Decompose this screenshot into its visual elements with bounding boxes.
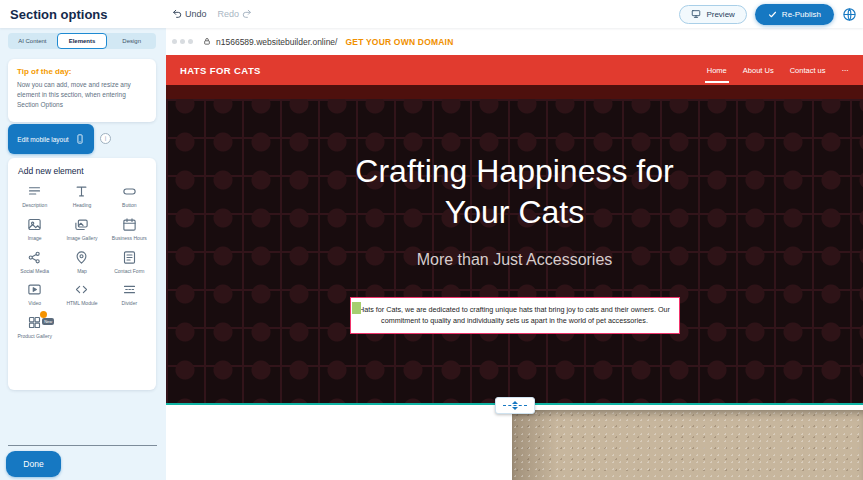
element-drag-handle[interactable] xyxy=(352,302,361,314)
hero-body-text: Hats for Cats, we are dedicated to craft… xyxy=(359,305,670,326)
undo-redo-group: Undo Redo xyxy=(172,0,252,28)
add-new-element-panel: Add new element Description Heading Butt… xyxy=(8,158,156,390)
element-option-divider[interactable]: Divider xyxy=(106,282,153,307)
undo-icon xyxy=(172,9,182,19)
element-option-label: Divider xyxy=(122,300,138,307)
element-grid: Description Heading Button Image Image G… xyxy=(11,184,153,340)
lock-icon xyxy=(203,37,211,46)
hero-content: Crafting Happiness for Your Cats More th… xyxy=(166,85,863,405)
new-badge: New xyxy=(42,318,54,325)
next-section-image[interactable] xyxy=(512,410,863,480)
redo-label: Redo xyxy=(218,9,240,19)
element-option-label: Image xyxy=(28,235,42,242)
get-your-own-domain-link[interactable]: GET YOUR OWN DOMAIN xyxy=(345,37,453,47)
preview-label: Preview xyxy=(706,10,734,19)
redo-icon xyxy=(242,9,252,19)
contact-form-icon xyxy=(122,250,137,265)
edit-mobile-label: Edit mobile layout xyxy=(17,136,68,143)
element-option-description[interactable]: Description xyxy=(11,184,58,209)
element-option-label: Social Media xyxy=(20,268,49,275)
button-icon xyxy=(122,184,137,199)
element-option-html-module[interactable]: HTML Module xyxy=(58,282,105,307)
divider-icon xyxy=(122,282,137,297)
site-preview-area: n1566589.websitebuilder.online/ GET YOUR… xyxy=(166,28,863,480)
element-option-video[interactable]: Video xyxy=(11,282,58,307)
tip-of-the-day-card: Tip of the day: Now you can add, move an… xyxy=(8,59,156,122)
language-globe-icon[interactable] xyxy=(842,7,857,22)
image-gallery-icon xyxy=(74,217,89,232)
top-toolbar: Section options Undo Redo Preview Re-Pub… xyxy=(0,0,863,28)
nav-home[interactable]: Home xyxy=(707,55,727,85)
tip-heading: Tip of the day: xyxy=(17,67,147,76)
tip-body: Now you can add, move and resize any ele… xyxy=(17,80,147,110)
topbar-actions: Preview Re-Publish xyxy=(679,0,857,28)
info-icon[interactable]: i xyxy=(100,133,111,144)
element-option-label: Description xyxy=(22,202,47,209)
description-icon xyxy=(27,184,42,199)
section-options-sidebar: AI Content Elements Design Tip of the da… xyxy=(0,28,166,480)
product-gallery-icon: New xyxy=(27,315,42,330)
republish-label: Re-Publish xyxy=(782,10,821,19)
page-title: Section options xyxy=(10,7,108,22)
nav-more-menu[interactable]: ⋯ xyxy=(842,55,850,85)
hero-subtitle[interactable]: More than Just Accessories xyxy=(417,251,613,269)
new-badge-dot xyxy=(40,311,47,318)
nav-about-us[interactable]: About Us xyxy=(743,55,774,85)
element-option-product-gallery[interactable]: New Product Gallery xyxy=(11,315,58,340)
undo-label: Undo xyxy=(185,9,207,19)
element-option-label: Image Gallery xyxy=(66,235,97,242)
check-icon xyxy=(768,10,777,19)
business-hours-icon xyxy=(122,217,137,232)
hero-section[interactable]: Crafting Happiness for Your Cats More th… xyxy=(166,85,863,405)
map-icon xyxy=(74,250,89,265)
resize-down-arrow-icon xyxy=(512,407,518,410)
element-option-image[interactable]: Image xyxy=(11,217,58,242)
resize-up-arrow-icon xyxy=(512,401,518,404)
preview-button[interactable]: Preview xyxy=(679,5,746,24)
site-url: n1566589.websitebuilder.online/ xyxy=(216,37,337,47)
tab-elements[interactable]: Elements xyxy=(57,33,108,49)
site-logo[interactable]: HATS FOR CATS xyxy=(180,65,261,76)
republish-button[interactable]: Re-Publish xyxy=(755,4,834,25)
element-option-social-media[interactable]: Social Media xyxy=(11,250,58,275)
add-element-title: Add new element xyxy=(18,166,153,176)
nav-contact-us[interactable]: Contact us xyxy=(790,55,826,85)
element-option-label: Heading xyxy=(73,202,92,209)
element-option-label: Video xyxy=(28,300,41,307)
sidebar-divider xyxy=(8,445,157,446)
redo-button[interactable]: Redo xyxy=(218,9,253,19)
image-icon xyxy=(27,217,42,232)
element-option-label: Button xyxy=(122,202,136,209)
element-option-image-gallery[interactable]: Image Gallery xyxy=(58,217,105,242)
sidebar-tabs: AI Content Elements Design xyxy=(8,33,156,49)
selected-text-element[interactable]: Hats for Cats, we are dedicated to craft… xyxy=(350,297,680,334)
done-button[interactable]: Done xyxy=(6,451,61,477)
element-option-map[interactable]: Map xyxy=(58,250,105,275)
site-nav: Home About Us Contact us ⋯ xyxy=(707,55,849,85)
element-option-business-hours[interactable]: Business Hours xyxy=(106,217,153,242)
element-option-label: Contact Form xyxy=(114,268,144,275)
element-option-label: HTML Module xyxy=(66,300,97,307)
edit-mobile-layout-button[interactable]: Edit mobile layout xyxy=(8,124,94,154)
site-header: HATS FOR CATS Home About Us Contact us ⋯ xyxy=(166,55,863,85)
element-option-contact-form[interactable]: Contact Form xyxy=(106,250,153,275)
social-media-icon xyxy=(27,250,42,265)
element-option-button[interactable]: Button xyxy=(106,184,153,209)
html-module-icon xyxy=(74,282,89,297)
section-resize-handle[interactable] xyxy=(495,397,535,414)
video-icon xyxy=(27,282,42,297)
element-option-label: Map xyxy=(77,268,87,275)
undo-button[interactable]: Undo xyxy=(172,9,207,19)
hero-title[interactable]: Crafting Happiness for Your Cats xyxy=(342,151,687,233)
heading-icon xyxy=(74,184,89,199)
mobile-phone-icon xyxy=(75,133,85,145)
resize-dash-line xyxy=(503,405,527,406)
element-option-label: Product Gallery xyxy=(17,333,51,340)
element-option-heading[interactable]: Heading xyxy=(58,184,105,209)
window-dots xyxy=(172,39,193,44)
monitor-icon xyxy=(691,9,701,19)
tab-design[interactable]: Design xyxy=(107,33,156,49)
preview-browser-bar: n1566589.websitebuilder.online/ GET YOUR… xyxy=(166,28,863,55)
tab-ai-content[interactable]: AI Content xyxy=(8,33,57,49)
element-option-label: Business Hours xyxy=(112,235,147,242)
